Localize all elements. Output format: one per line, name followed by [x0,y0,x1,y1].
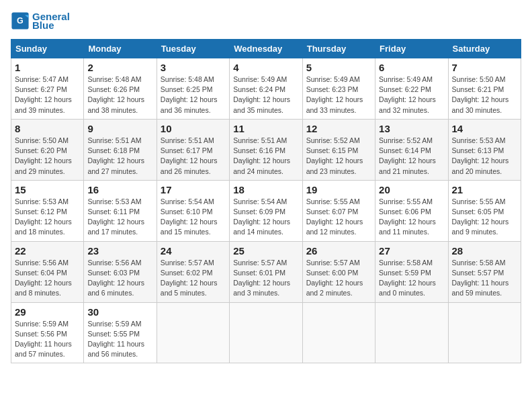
day-info: Sunrise: 5:55 AMSunset: 6:07 PMDaylight:… [306,197,371,238]
day-info: Sunrise: 5:51 AMSunset: 6:16 PMDaylight:… [233,136,298,177]
table-row: 16 Sunrise: 5:53 AMSunset: 6:11 PMDaylig… [84,180,157,241]
table-row: 26 Sunrise: 5:57 AMSunset: 6:00 PMDaylig… [302,241,375,302]
day-info: Sunrise: 5:55 AMSunset: 6:05 PMDaylight:… [452,197,517,238]
day-info: Sunrise: 5:58 AMSunset: 5:59 PMDaylight:… [379,258,444,299]
day-number: 3 [161,62,226,73]
table-row: 6 Sunrise: 5:49 AMSunset: 6:22 PMDayligh… [375,58,448,120]
table-row: 1 Sunrise: 5:47 AMSunset: 6:27 PMDayligh… [11,58,84,120]
day-number: 22 [15,245,80,257]
day-info: Sunrise: 5:47 AMSunset: 6:27 PMDaylight:… [15,75,80,116]
day-number: 25 [233,245,298,257]
day-number: 17 [161,184,226,195]
day-number: 23 [87,245,152,257]
table-row: 15 Sunrise: 5:53 AMSunset: 6:12 PMDaylig… [11,180,84,241]
day-info: Sunrise: 5:53 AMSunset: 6:11 PMDaylight:… [87,197,152,238]
day-info: Sunrise: 5:59 AMSunset: 5:56 PMDaylight:… [15,319,80,360]
day-info: Sunrise: 5:57 AMSunset: 6:00 PMDaylight:… [306,258,371,299]
table-row: 4 Sunrise: 5:49 AMSunset: 6:24 PMDayligh… [230,58,302,120]
day-number: 14 [452,123,517,134]
table-row: 13 Sunrise: 5:52 AMSunset: 6:14 PMDaylig… [375,119,448,180]
table-row: 9 Sunrise: 5:51 AMSunset: 6:18 PMDayligh… [84,119,157,180]
table-row: 28 Sunrise: 5:58 AMSunset: 5:57 PMDaylig… [448,241,521,302]
calendar-table: SundayMondayTuesdayWednesdayThursdayFrid… [11,39,521,363]
table-row: 20 Sunrise: 5:55 AMSunset: 6:06 PMDaylig… [375,180,448,241]
col-header-wednesday: Wednesday [230,40,302,58]
day-number: 6 [379,62,444,73]
day-number: 18 [233,184,298,195]
day-number: 7 [452,62,517,73]
col-header-sunday: Sunday [11,40,84,58]
col-header-monday: Monday [84,40,157,58]
logo: G General Blue [11,11,70,31]
logo-icon: G [11,11,30,30]
day-info: Sunrise: 5:57 AMSunset: 6:02 PMDaylight:… [161,258,226,299]
table-row [230,302,302,363]
day-info: Sunrise: 5:55 AMSunset: 6:06 PMDaylight:… [379,197,444,238]
day-info: Sunrise: 5:59 AMSunset: 5:55 PMDaylight:… [87,319,152,360]
day-info: Sunrise: 5:48 AMSunset: 6:26 PMDaylight:… [87,75,152,116]
day-number: 24 [161,245,226,257]
day-info: Sunrise: 5:52 AMSunset: 6:14 PMDaylight:… [379,136,444,177]
day-info: Sunrise: 5:48 AMSunset: 6:25 PMDaylight:… [161,75,226,116]
day-number: 9 [87,123,152,134]
day-number: 8 [15,123,80,134]
table-row: 3 Sunrise: 5:48 AMSunset: 6:25 PMDayligh… [157,58,229,120]
table-row: 24 Sunrise: 5:57 AMSunset: 6:02 PMDaylig… [157,241,229,302]
day-number: 16 [87,184,152,195]
day-number: 5 [306,62,371,73]
col-header-friday: Friday [375,40,448,58]
day-info: Sunrise: 5:54 AMSunset: 6:09 PMDaylight:… [233,197,298,238]
table-row: 14 Sunrise: 5:53 AMSunset: 6:13 PMDaylig… [448,119,521,180]
day-info: Sunrise: 5:51 AMSunset: 6:18 PMDaylight:… [87,136,152,177]
table-row: 2 Sunrise: 5:48 AMSunset: 6:26 PMDayligh… [84,58,157,120]
svg-text:G: G [17,16,24,26]
day-number: 30 [87,306,152,318]
table-row: 5 Sunrise: 5:49 AMSunset: 6:23 PMDayligh… [302,58,375,120]
day-number: 10 [161,123,226,134]
day-info: Sunrise: 5:49 AMSunset: 6:24 PMDaylight:… [233,75,298,116]
day-number: 15 [15,184,80,195]
day-info: Sunrise: 5:53 AMSunset: 6:12 PMDaylight:… [15,197,80,238]
day-number: 1 [15,62,80,73]
day-info: Sunrise: 5:49 AMSunset: 6:22 PMDaylight:… [379,75,444,116]
day-info: Sunrise: 5:49 AMSunset: 6:23 PMDaylight:… [306,75,371,116]
day-number: 11 [233,123,298,134]
day-info: Sunrise: 5:54 AMSunset: 6:10 PMDaylight:… [161,197,226,238]
day-number: 2 [87,62,152,73]
table-row: 10 Sunrise: 5:51 AMSunset: 6:17 PMDaylig… [157,119,229,180]
col-header-thursday: Thursday [302,40,375,58]
day-number: 13 [379,123,444,134]
day-info: Sunrise: 5:52 AMSunset: 6:15 PMDaylight:… [306,136,371,177]
day-number: 20 [379,184,444,195]
day-info: Sunrise: 5:57 AMSunset: 6:01 PMDaylight:… [233,258,298,299]
table-row [448,302,521,363]
day-number: 26 [306,245,371,257]
table-row [302,302,375,363]
day-info: Sunrise: 5:56 AMSunset: 6:03 PMDaylight:… [87,258,152,299]
day-info: Sunrise: 5:58 AMSunset: 5:57 PMDaylight:… [452,258,517,299]
col-header-saturday: Saturday [448,40,521,58]
table-row [375,302,448,363]
table-row: 19 Sunrise: 5:55 AMSunset: 6:07 PMDaylig… [302,180,375,241]
table-row: 7 Sunrise: 5:50 AMSunset: 6:21 PMDayligh… [448,58,521,120]
page-header: G General Blue [11,11,521,31]
col-header-tuesday: Tuesday [157,40,229,58]
table-row: 27 Sunrise: 5:58 AMSunset: 5:59 PMDaylig… [375,241,448,302]
day-number: 27 [379,245,444,257]
day-info: Sunrise: 5:50 AMSunset: 6:21 PMDaylight:… [452,75,517,116]
day-info: Sunrise: 5:56 AMSunset: 6:04 PMDaylight:… [15,258,80,299]
table-row: 11 Sunrise: 5:51 AMSunset: 6:16 PMDaylig… [230,119,302,180]
table-row: 8 Sunrise: 5:50 AMSunset: 6:20 PMDayligh… [11,119,84,180]
table-row: 30 Sunrise: 5:59 AMSunset: 5:55 PMDaylig… [84,302,157,363]
day-number: 28 [452,245,517,257]
day-info: Sunrise: 5:53 AMSunset: 6:13 PMDaylight:… [452,136,517,177]
day-number: 19 [306,184,371,195]
day-number: 12 [306,123,371,134]
day-info: Sunrise: 5:50 AMSunset: 6:20 PMDaylight:… [15,136,80,177]
table-row: 25 Sunrise: 5:57 AMSunset: 6:01 PMDaylig… [230,241,302,302]
day-number: 29 [15,306,80,318]
table-row: 23 Sunrise: 5:56 AMSunset: 6:03 PMDaylig… [84,241,157,302]
table-row: 18 Sunrise: 5:54 AMSunset: 6:09 PMDaylig… [230,180,302,241]
table-row: 12 Sunrise: 5:52 AMSunset: 6:15 PMDaylig… [302,119,375,180]
table-row: 21 Sunrise: 5:55 AMSunset: 6:05 PMDaylig… [448,180,521,241]
